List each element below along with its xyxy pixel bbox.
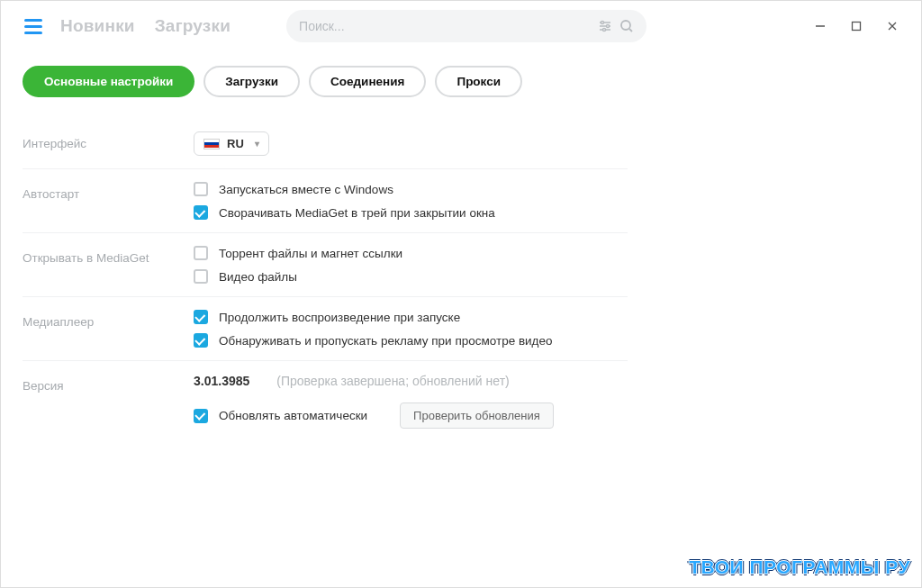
tab-main[interactable]: Основные настройки <box>23 66 194 97</box>
checkbox-start-with-windows[interactable] <box>194 182 208 196</box>
row-player: Медиаплеер Продолжить воспроизведение пр… <box>23 297 628 361</box>
svg-point-3 <box>621 21 630 30</box>
text-resume-playback: Продолжить воспроизведение при запуске <box>219 311 460 324</box>
chevron-down-icon: ▾ <box>255 139 259 149</box>
row-autostart: Автостарт Запускаться вместе с Windows С… <box>23 169 628 233</box>
row-open-in: Открывать в MediaGet Торрент файлы и маг… <box>23 233 628 297</box>
svg-rect-4 <box>853 23 861 31</box>
checkbox-auto-update[interactable] <box>194 409 208 423</box>
label-autostart: Автостарт <box>23 182 194 220</box>
text-video-files: Видео файлы <box>219 270 297 284</box>
tab-proxy[interactable]: Прокси <box>435 66 522 97</box>
top-bar: Новинки Загрузки <box>1 1 921 51</box>
search-input[interactable] <box>299 19 591 33</box>
text-torrent-magnet: Торрент файлы и магнет ссылки <box>219 247 402 260</box>
maximize-button[interactable] <box>838 8 874 44</box>
settings-panel: Интерфейс RU ▾ Автостарт Запускаться вме… <box>1 119 649 441</box>
row-interface: Интерфейс RU ▾ <box>23 119 628 169</box>
checkbox-minimize-to-tray[interactable] <box>194 205 208 220</box>
flag-ru-icon <box>203 139 220 149</box>
text-minimize-to-tray: Сворачивать MediaGet в трей при закрытии… <box>219 206 495 220</box>
svg-point-1 <box>607 25 610 28</box>
tab-connections[interactable]: Соединения <box>309 66 426 97</box>
check-updates-button[interactable]: Проверить обновления <box>400 403 554 429</box>
nav-new[interactable]: Новинки <box>60 16 135 36</box>
checkbox-resume-playback[interactable] <box>194 310 208 324</box>
watermark: ТВОИ ПРОГРАММЫ РУ <box>689 556 910 578</box>
checkbox-video-files[interactable] <box>194 269 208 284</box>
svg-point-2 <box>603 29 606 32</box>
nav-links: Новинки Загрузки <box>60 16 230 36</box>
label-version: Версия <box>23 374 194 429</box>
nav-downloads[interactable]: Загрузки <box>155 16 230 36</box>
label-interface: Интерфейс <box>23 131 194 156</box>
checkbox-skip-ads[interactable] <box>194 333 208 348</box>
version-status: (Проверка завершена; обновлений нет) <box>276 374 509 388</box>
app-window: Новинки Загрузки Основные настройки Загр… <box>0 0 922 588</box>
language-select[interactable]: RU ▾ <box>194 131 269 156</box>
tab-downloads[interactable]: Загрузки <box>203 66 300 97</box>
settings-tabs: Основные настройки Загрузки Соединения П… <box>1 51 921 119</box>
svg-point-0 <box>601 22 604 24</box>
label-player: Медиаплеер <box>23 310 194 348</box>
search-box[interactable] <box>286 10 646 42</box>
menu-icon[interactable] <box>24 15 46 37</box>
label-open-in: Открывать в MediaGet <box>23 246 194 284</box>
sliders-icon[interactable] <box>598 19 612 33</box>
row-version: Версия 3.01.3985 (Проверка завершена; об… <box>23 361 628 441</box>
language-code: RU <box>227 137 244 150</box>
version-number: 3.01.3985 <box>194 374 249 388</box>
text-auto-update: Обновлять автоматически <box>219 409 367 422</box>
minimize-button[interactable] <box>802 8 838 44</box>
search-icon[interactable] <box>619 19 634 33</box>
checkbox-torrent-magnet[interactable] <box>194 246 208 260</box>
close-button[interactable] <box>874 8 910 44</box>
window-controls <box>802 8 910 44</box>
text-skip-ads: Обнаруживать и пропускать рекламу при пр… <box>219 334 553 348</box>
text-start-with-windows: Запускаться вместе с Windows <box>219 183 393 196</box>
